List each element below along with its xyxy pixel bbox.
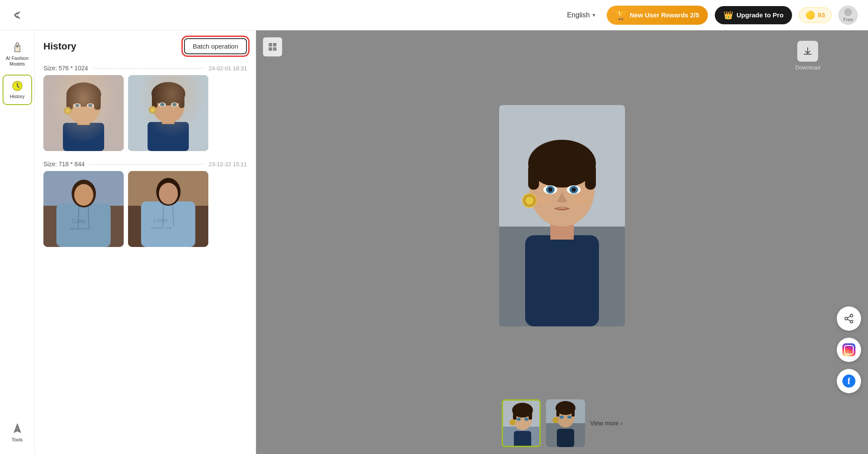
user-avatar[interactable]: Free [838, 6, 858, 25]
main-image-container [499, 105, 625, 326]
history-group-header-1: Size: 576 * 1024 24-02-01 18:31 [40, 60, 250, 75]
svg-point-29 [149, 106, 157, 114]
thumbnail-1[interactable] [502, 399, 541, 447]
svg-point-30 [151, 108, 155, 112]
history-image-1-2[interactable] [128, 75, 208, 151]
svg-point-15 [88, 104, 92, 107]
svg-point-92 [845, 317, 848, 320]
main-image-area [256, 30, 868, 392]
svg-point-17 [66, 109, 70, 113]
history-title: History [43, 41, 76, 52]
coins-count: 93 [818, 11, 825, 19]
fashion-portrait-image-2 [128, 75, 208, 151]
svg-point-70 [573, 195, 589, 204]
svg-text:Conte: Conte [153, 217, 168, 224]
sidebar-item-ai-fashion-models[interactable]: AI Fashion Models [3, 37, 32, 71]
svg-point-21 [152, 88, 184, 123]
sidebar-item-history[interactable]: History [3, 75, 32, 105]
history-image-1-1[interactable] [43, 75, 124, 151]
svg-rect-5 [43, 75, 124, 151]
topnav-left [10, 7, 26, 23]
svg-point-39 [74, 184, 93, 206]
svg-point-79 [510, 419, 516, 425]
thumb-svg-1 [503, 401, 541, 447]
svg-marker-3 [14, 424, 20, 432]
hoodie-model-image-1: Conte signature line [43, 171, 124, 247]
svg-point-26 [160, 103, 164, 106]
fashion-portrait-svg-1 [43, 75, 124, 151]
upgrade-label: Upgrade to Pro [736, 11, 783, 19]
svg-point-69 [536, 195, 551, 204]
svg-rect-23 [152, 94, 158, 108]
download-area: Download [795, 41, 820, 71]
hoodie-svg-1: Conte signature line [43, 171, 124, 247]
history-date-divider-2 [90, 164, 204, 164]
svg-rect-24 [179, 94, 184, 108]
svg-point-89 [552, 417, 559, 423]
svg-rect-55 [525, 235, 599, 326]
svg-rect-60 [585, 164, 596, 190]
svg-rect-20 [162, 114, 174, 124]
svg-rect-52 [273, 47, 276, 51]
download-button[interactable] [797, 41, 818, 62]
svg-point-22 [151, 82, 185, 105]
svg-point-68 [526, 197, 533, 204]
svg-text:signature line: signature line [151, 226, 172, 230]
trophy-icon: 🏆 [615, 10, 626, 20]
svg-rect-42 [141, 201, 195, 247]
svg-rect-6 [63, 123, 104, 151]
svg-point-9 [66, 82, 101, 107]
facebook-icon: f [842, 375, 855, 388]
history-date-divider-1 [93, 68, 204, 69]
share-button[interactable] [837, 306, 861, 331]
svg-point-16 [64, 107, 72, 115]
history-scroll[interactable]: Size: 576 * 1024 24-02-01 18:31 [35, 60, 256, 454]
history-images-row-1 [40, 75, 250, 156]
main-content: Download [256, 30, 868, 454]
svg-point-14 [87, 103, 94, 108]
sidebar-item-tools[interactable]: Tools [3, 419, 32, 447]
grid-view-button[interactable] [263, 37, 282, 56]
svg-rect-90 [557, 429, 574, 447]
svg-point-13 [75, 104, 79, 107]
reward-button[interactable]: 🏆 New User Rewards 2/5 [607, 6, 708, 25]
social-buttons: f [837, 306, 861, 393]
svg-point-1 [16, 46, 18, 47]
main-fashion-image [499, 105, 625, 326]
facebook-button[interactable]: f [837, 369, 861, 393]
history-size-2: Size: 718 * 844 [43, 161, 85, 168]
svg-rect-49 [269, 43, 272, 46]
main-layout: AI Fashion Models History Tools History … [0, 30, 868, 454]
crown-icon: 👑 [723, 10, 733, 20]
svg-rect-11 [94, 95, 101, 110]
history-date-2: 23-12-22 15:11 [209, 161, 247, 168]
tools-icon [11, 423, 23, 435]
coin-icon: 🟡 [806, 10, 815, 20]
history-image-2-2[interactable]: Conte signature line [128, 171, 208, 247]
avatar-image [844, 8, 852, 16]
user-label: Free [843, 17, 853, 22]
view-more-button[interactable]: View more › [590, 420, 623, 427]
svg-point-87 [559, 416, 564, 419]
back-button[interactable] [10, 7, 26, 23]
hoodie-model-image-2: Conte signature line [128, 171, 208, 247]
reward-label: New User Rewards 2/5 [630, 11, 699, 19]
instagram-button[interactable] [837, 338, 861, 362]
svg-rect-7 [77, 114, 90, 125]
svg-rect-4 [43, 75, 124, 151]
svg-rect-18 [128, 75, 208, 151]
download-label: Download [795, 64, 820, 71]
upgrade-button[interactable]: 👑 Upgrade to Pro [715, 6, 792, 24]
batch-operation-button[interactable]: Batch operation [184, 38, 247, 54]
svg-point-28 [172, 103, 177, 106]
history-image-2-1[interactable]: Conte signature line [43, 171, 124, 247]
history-size-1: Size: 576 * 1024 [43, 65, 88, 72]
svg-line-94 [848, 319, 851, 321]
fashion-portrait-svg-2 [128, 75, 208, 151]
language-selector[interactable]: English ▾ [562, 9, 599, 22]
thumb-svg-2 [546, 399, 585, 447]
history-group-header-2: Size: 718 * 844 23-12-22 15:11 [40, 156, 250, 171]
svg-point-8 [67, 88, 100, 125]
chevron-down-icon: ▾ [592, 12, 595, 18]
thumbnail-2[interactable] [546, 399, 585, 447]
